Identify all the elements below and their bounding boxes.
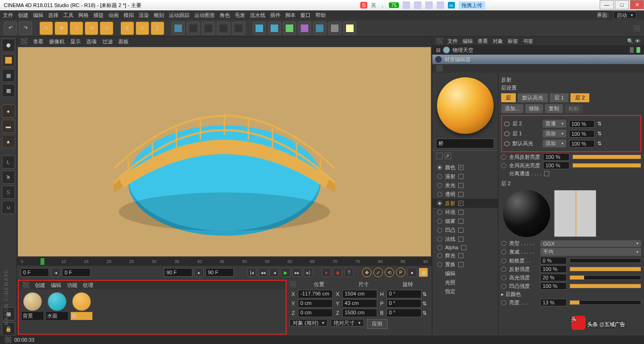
workplane-mode[interactable]: ▩: [2, 84, 15, 97]
mat-grip[interactable]: [23, 282, 29, 288]
panel-grip[interactable]: [634, 25, 640, 32]
redo-button[interactable]: ↷: [19, 22, 32, 35]
keyframe-sel[interactable]: ?: [344, 268, 354, 277]
soft-select[interactable]: ∪: [2, 201, 15, 214]
key-rot[interactable]: ⟲: [385, 268, 394, 277]
menu-window[interactable]: 窗口: [300, 12, 311, 19]
coord-apply-button[interactable]: 应用: [367, 319, 388, 329]
add-deformer[interactable]: [298, 22, 311, 35]
objmenu-tag[interactable]: 标签: [508, 38, 518, 45]
add-layer-button[interactable]: 添加...: [501, 104, 523, 113]
material-preview[interactable]: [437, 77, 494, 134]
rot-b[interactable]: 0 °: [387, 309, 421, 317]
coord-system[interactable]: [172, 22, 185, 35]
objmenu-obj[interactable]: 对象: [493, 38, 503, 45]
brightness-slider[interactable]: [570, 300, 641, 305]
menu-help[interactable]: 帮助: [315, 12, 326, 19]
play-forward[interactable]: ▶: [281, 268, 290, 277]
goto-end[interactable]: ▸|: [304, 268, 313, 277]
cloud-upload-btn[interactable]: 拖拽上传: [459, 1, 485, 9]
menu-render[interactable]: 渲染: [139, 12, 149, 19]
tab-default-spec[interactable]: 默认高光: [518, 93, 548, 102]
point-mode[interactable]: ●: [2, 105, 15, 118]
play-back[interactable]: ◂: [270, 268, 279, 277]
cloud-icon[interactable]: ∞: [448, 2, 455, 8]
proj-end[interactable]: 90 F: [206, 268, 234, 277]
axis-x[interactable]: X: [121, 22, 134, 35]
menu-motion[interactable]: 运动跟踪: [169, 12, 190, 19]
make-editable[interactable]: ⬢: [2, 39, 15, 52]
record-key[interactable]: ●: [322, 268, 331, 277]
spec-strength-value[interactable]: 20 %: [540, 274, 567, 281]
material-water[interactable]: 水面: [46, 292, 68, 320]
matmenu-edit[interactable]: 编辑: [51, 282, 61, 289]
tab-layer1[interactable]: 层 1: [550, 93, 569, 102]
model-mode[interactable]: [2, 54, 15, 67]
prev-key[interactable]: ◂: [51, 268, 60, 277]
view-grip[interactable]: [21, 38, 27, 45]
view-menu-filter[interactable]: 过滤: [102, 38, 113, 45]
menu-tools[interactable]: 工具: [63, 12, 74, 19]
ime-lang[interactable]: 英: [371, 2, 376, 9]
pos-y[interactable]: 0 cm: [298, 299, 333, 308]
view-menu-panel[interactable]: 面板: [118, 38, 129, 45]
object-sky[interactable]: ⊟ 物理天空: [432, 45, 644, 55]
range-end[interactable]: 90 F: [164, 268, 192, 277]
chan-diffuse-radio[interactable]: [437, 174, 442, 179]
menu-char[interactable]: 角色: [220, 12, 230, 19]
ime-icon-2[interactable]: [414, 1, 421, 9]
rot-h[interactable]: 0 °: [387, 290, 421, 298]
layer-color-expander[interactable]: 层颜色: [501, 291, 641, 298]
menu-script[interactable]: 脚本: [285, 12, 296, 19]
key-param[interactable]: P: [396, 268, 405, 277]
key-pos[interactable]: ✥: [362, 268, 372, 277]
view-menu-display[interactable]: 显示: [70, 38, 81, 45]
size-y[interactable]: 43 cm: [342, 299, 377, 308]
menu-file[interactable]: 文件: [3, 12, 13, 19]
menu-sculpt[interactable]: 雕刻: [154, 12, 164, 19]
snap-toggle[interactable]: S: [2, 186, 15, 199]
ime-icon-4[interactable]: [437, 1, 444, 9]
size-z[interactable]: 1500 cm: [342, 309, 377, 317]
spec-strength-slider[interactable]: [570, 275, 641, 280]
key-scale[interactable]: ⤢: [373, 268, 383, 277]
select-tool[interactable]: ↖: [40, 22, 53, 35]
rotate-tool[interactable]: ⟲: [85, 22, 98, 35]
step-back[interactable]: ◂◂: [258, 268, 268, 277]
range-start[interactable]: 0 F: [21, 268, 49, 277]
pos-x[interactable]: -117.796 cm: [298, 290, 333, 298]
minimize-button[interactable]: —: [600, 0, 614, 9]
render-pv[interactable]: [217, 22, 230, 35]
render-region[interactable]: [202, 22, 215, 35]
matmenu-func[interactable]: 功能: [67, 282, 77, 289]
render-view[interactable]: [187, 22, 200, 35]
roughness-value[interactable]: 0 %: [540, 257, 567, 264]
nav-prev[interactable]: [436, 153, 443, 159]
menu-mesh[interactable]: 网格: [78, 12, 89, 19]
render-settings[interactable]: [232, 22, 245, 35]
menu-pipeline[interactable]: 流水线: [250, 12, 265, 19]
copy-layer-button[interactable]: 复制: [545, 104, 563, 113]
obj-grip[interactable]: [436, 38, 443, 44]
ime-icon-1[interactable]: [403, 1, 410, 9]
pos-z[interactable]: 0 cm: [298, 309, 333, 317]
refl-type-select[interactable]: GGX: [540, 240, 641, 247]
brightness-value[interactable]: 13 %: [540, 299, 567, 306]
menu-mograph[interactable]: 运动图形: [194, 12, 215, 19]
chan-reflect-radio[interactable]: [437, 201, 442, 206]
add-camera[interactable]: [328, 22, 341, 35]
menu-capture[interactable]: 捕捉: [93, 12, 104, 19]
rot-p[interactable]: 0 °: [387, 299, 421, 308]
layout-select[interactable]: 启动: [613, 11, 636, 19]
chan-color-radio[interactable]: [437, 165, 442, 170]
chan-color-check[interactable]: [458, 165, 463, 170]
matmenu-create[interactable]: 创建: [35, 282, 45, 289]
menu-create[interactable]: 编辑: [33, 12, 43, 19]
layer-row-2[interactable]: 层 2普通100 %⇅: [504, 120, 638, 128]
add-cube[interactable]: [253, 22, 266, 35]
add-light[interactable]: [343, 22, 356, 35]
remove-layer-button[interactable]: 移除: [525, 104, 543, 113]
menu-edit[interactable]: 创建: [18, 12, 28, 19]
coord-mode-select[interactable]: 对象 (相对): [289, 319, 328, 327]
playhead[interactable]: [41, 258, 44, 265]
